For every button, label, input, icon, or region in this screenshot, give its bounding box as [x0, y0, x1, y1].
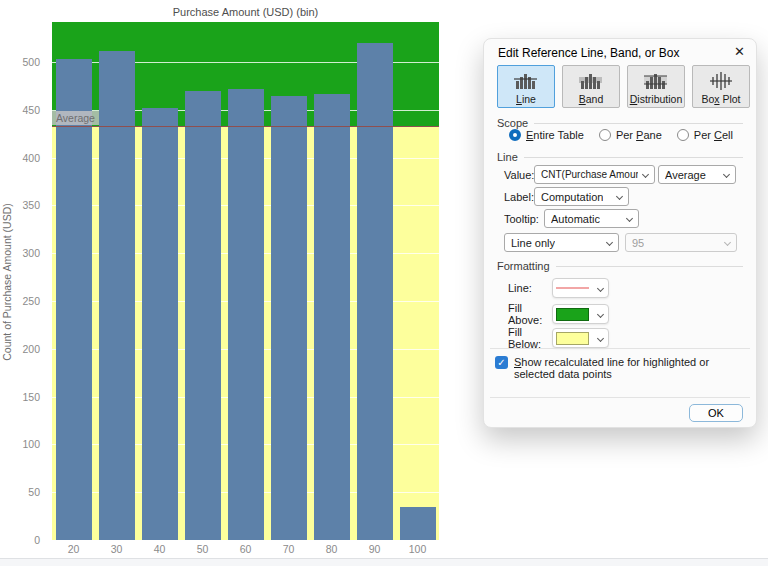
line-type-button[interactable]: Line: [497, 65, 555, 108]
y-axis: 050100150200250300350400450500: [0, 22, 46, 540]
x-tick-label: 50: [183, 543, 223, 555]
y-tick-label: 500: [0, 56, 40, 68]
tooltip-dropdown[interactable]: Automatic: [544, 209, 639, 228]
aggregation-text: Average: [665, 169, 706, 181]
x-tick-label: 100: [398, 543, 438, 555]
radio-entire-table[interactable]: Entire Table: [509, 129, 584, 141]
scope-group-header: Scope: [497, 117, 743, 129]
chevron-down-icon: [724, 239, 731, 246]
bar[interactable]: [142, 108, 178, 540]
line-format-row: Line:: [508, 278, 609, 298]
radio-label: Entire Table: [526, 129, 584, 141]
fill-above-row: Fill Above:: [508, 302, 609, 326]
fill-above-dropdown[interactable]: [552, 304, 609, 324]
radio-per-pane[interactable]: Per Pane: [599, 129, 662, 141]
scope-options: Entire Table Per Pane Per Cell: [509, 129, 733, 141]
bar[interactable]: [228, 89, 264, 540]
y-tick-label: 150: [0, 391, 40, 403]
label-text: Computation: [541, 191, 603, 203]
line-style-swatch: [556, 287, 589, 289]
histogram-distribution-icon: [643, 71, 669, 91]
recalc-checkbox-row[interactable]: ✓ Show recalculated line for highlighted…: [495, 356, 744, 380]
y-tick-label: 250: [0, 295, 40, 307]
fill-below-dropdown[interactable]: [552, 328, 609, 348]
recalc-checkbox-label: Show recalculated line for highlighted o…: [514, 356, 744, 380]
bar[interactable]: [314, 94, 350, 540]
x-tick-label: 20: [54, 543, 94, 555]
confidence-text: 95: [632, 237, 644, 249]
value-row: Value: CNT(Purchase Amount (USD)) Averag…: [504, 165, 736, 184]
x-tick-label: 40: [140, 543, 180, 555]
chevron-down-icon: [606, 239, 613, 246]
divider: [490, 397, 750, 398]
fill-below-swatch: [556, 332, 589, 345]
type-button-label: Band: [579, 93, 604, 105]
histogram-line-icon: [513, 71, 539, 91]
histogram-band-icon: [578, 71, 604, 91]
ok-button[interactable]: OK: [689, 404, 743, 422]
x-tick-label: 60: [226, 543, 266, 555]
reference-line[interactable]: [52, 126, 439, 127]
y-tick-label: 50: [0, 486, 40, 498]
bar[interactable]: [400, 507, 436, 540]
chevron-down-icon: [597, 310, 604, 317]
chevron-down-icon: [597, 284, 604, 291]
line-style-dropdown[interactable]: Line only: [504, 233, 619, 252]
window-bottom-edge: [0, 558, 768, 566]
line-format-dropdown[interactable]: [552, 278, 609, 298]
distribution-type-button[interactable]: Distribution: [627, 65, 685, 108]
dialog-title: Edit Reference Line, Band, or Box: [498, 46, 679, 60]
formatting-group-header: Formatting: [497, 260, 743, 272]
line-group-header: Line: [497, 151, 743, 163]
reference-line-label: Average: [52, 111, 99, 125]
box-plot-type-button[interactable]: Box Plot: [692, 65, 750, 108]
y-tick-label: 350: [0, 199, 40, 211]
divider: [490, 348, 750, 349]
label-dropdown[interactable]: Computation: [534, 187, 629, 206]
radio-icon: [509, 129, 521, 141]
chevron-down-icon: [597, 334, 604, 341]
chevron-down-icon: [723, 171, 730, 178]
plot-area[interactable]: Average: [52, 22, 439, 540]
tooltip-label: Tooltip:: [504, 213, 544, 225]
box-plot-icon: [708, 71, 734, 91]
value-field-dropdown[interactable]: CNT(Purchase Amount (USD)): [534, 165, 655, 184]
radio-label: Per Cell: [694, 129, 733, 141]
tooltip-row: Tooltip: Automatic: [504, 209, 629, 228]
bar[interactable]: [56, 59, 92, 540]
label-row: Label: Computation: [504, 187, 629, 206]
y-tick-label: 300: [0, 247, 40, 259]
checkbox-checked-icon[interactable]: ✓: [495, 356, 508, 369]
line-format-label: Line:: [508, 282, 552, 294]
fill-above-label: Fill Above:: [508, 302, 552, 326]
y-tick-label: 400: [0, 152, 40, 164]
close-icon[interactable]: ✕: [734, 45, 745, 59]
chevron-down-icon: [642, 171, 649, 178]
fill-above-swatch: [556, 308, 589, 321]
bar[interactable]: [357, 43, 393, 540]
line-style-text: Line only: [511, 237, 555, 249]
type-button-label: Line: [516, 93, 536, 105]
bar[interactable]: [99, 51, 135, 540]
tooltip-text: Automatic: [551, 213, 600, 225]
x-tick-label: 90: [355, 543, 395, 555]
band-type-button[interactable]: Band: [562, 65, 620, 108]
bar[interactable]: [185, 91, 221, 540]
x-tick-label: 80: [312, 543, 352, 555]
type-button-label: Box Plot: [701, 93, 740, 105]
line-style-row: Line only 95: [504, 233, 737, 252]
y-tick-label: 450: [0, 104, 40, 116]
radio-per-cell[interactable]: Per Cell: [677, 129, 733, 141]
x-tick-label: 70: [269, 543, 309, 555]
chevron-down-icon: [616, 193, 623, 200]
tableau-workspace: Purchase Amount (USD) (bin) Count of Pur…: [0, 0, 768, 566]
label-label: Label:: [504, 191, 534, 203]
bar[interactable]: [271, 96, 307, 540]
value-field-text: CNT(Purchase Amount (USD)): [541, 169, 638, 180]
reference-type-buttons: Line Band Distribution: [497, 65, 750, 108]
fill-below-label: Fill Below:: [508, 326, 552, 350]
divider: [534, 123, 743, 124]
value-label: Value:: [504, 169, 534, 181]
aggregation-dropdown[interactable]: Average: [658, 165, 736, 184]
y-tick-label: 100: [0, 438, 40, 450]
